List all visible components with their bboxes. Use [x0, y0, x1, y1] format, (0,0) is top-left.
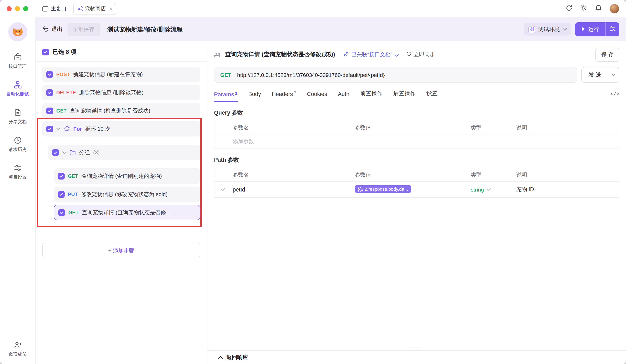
save-all-button[interactable]: 全部保存 [68, 23, 100, 36]
gear-icon[interactable] [580, 4, 587, 13]
code-view-icon[interactable]: </> [611, 91, 619, 102]
step-label: 删除宠物信息 (删除该宠物) [79, 89, 144, 96]
tab-label: Headers [272, 91, 293, 97]
app-window: 主窗口 宠物商店 × [0, 0, 626, 364]
tab-body[interactable]: Body [248, 91, 261, 102]
exit-button[interactable]: 退出 [42, 26, 63, 33]
sidebar-item-automated-testing[interactable]: 自动化测试 [1, 81, 34, 97]
close-window-button[interactable] [7, 6, 12, 11]
step-checkbox[interactable] [58, 173, 65, 179]
tab-auth[interactable]: Auth [338, 91, 350, 102]
window-icon [42, 6, 48, 11]
tab-label: 设置 [427, 90, 438, 97]
linked-doc-dropdown[interactable]: 已关联“接口文档” [343, 51, 399, 58]
add-step-button[interactable]: + 添加步骤 [42, 243, 200, 258]
tab-label: Auth [338, 91, 350, 97]
user-avatar[interactable] [609, 4, 619, 14]
step-item-update-pet[interactable]: PUT 修改宠物信息 (修改宠物状态为 sold) [54, 187, 200, 202]
param-type-select[interactable]: string [471, 186, 516, 193]
project-logo-fox[interactable] [8, 22, 27, 41]
selected-count: 已选 8 项 [53, 48, 77, 56]
step-checkbox[interactable] [58, 191, 65, 198]
step-item-create-pet[interactable]: POST 新建宠物信息 (新建在售宠物) [42, 66, 200, 82]
zoom-window-button[interactable] [23, 6, 28, 11]
tab-post-operations[interactable]: 后置操作 [393, 90, 416, 102]
linked-doc-label: 已关联“接口文档” [351, 51, 392, 58]
sliders-icon [609, 26, 616, 33]
run-button[interactable]: 运行 [575, 22, 605, 36]
tab-headers[interactable]: Headers7 [272, 91, 296, 102]
refresh-icon[interactable] [566, 4, 573, 13]
method-badge: GET [56, 108, 67, 114]
sidebar-item-request-history[interactable]: 请求历史 [1, 136, 34, 153]
add-param-row[interactable]: 添加参数 [214, 134, 619, 148]
sidebar-item-project-settings[interactable]: 项目设置 [1, 164, 34, 180]
resize-handle-icon[interactable]: ··· [413, 345, 421, 350]
method-badge: DELETE [56, 90, 76, 95]
step-checkbox[interactable] [46, 126, 53, 132]
run-label: 运行 [588, 26, 599, 33]
flow-title: 测试宠物新建/修改/删除流程 [107, 26, 183, 33]
sync-icon [406, 51, 412, 58]
param-type: string [471, 186, 484, 193]
step-item-check-delete[interactable]: GET 查询宠物详情 (检查删除是否成功) [42, 103, 200, 118]
minimize-window-button[interactable] [15, 6, 20, 11]
environment-select[interactable]: 测 测试环境 [524, 23, 571, 35]
send-options-button[interactable] [608, 67, 619, 82]
send-button[interactable]: 发 送 [582, 67, 608, 82]
send-button-group: 发 送 [581, 67, 619, 83]
param-value-variable-tag[interactable]: {{$.2.response.body.da... [355, 185, 411, 193]
exit-label: 退出 [51, 26, 63, 33]
tab-badge: 7 [294, 90, 296, 95]
param-description[interactable]: 宠物 ID [516, 186, 619, 193]
param-name[interactable]: petId [233, 186, 245, 193]
tab-settings[interactable]: 设置 [427, 90, 438, 102]
chevron-down-icon[interactable] [56, 128, 60, 130]
group-count: (3) [93, 149, 100, 156]
tab-pre-operations[interactable]: 前置操作 [360, 90, 383, 102]
chevron-up-icon [218, 356, 223, 359]
group-folder-icon [70, 150, 76, 155]
chevron-down-icon[interactable] [62, 151, 66, 154]
step-item-delete-pet[interactable]: DELETE 删除宠物信息 (删除该宠物) [42, 85, 200, 100]
tab-pet-store[interactable]: 宠物商店 × [73, 3, 116, 15]
request-tabs: Params1 Body Headers7 Cookies Auth 前置操作 … [214, 87, 619, 102]
step-checkbox[interactable] [46, 71, 53, 78]
response-panel-toggle[interactable]: 返回响应 [207, 350, 626, 364]
path-params-title: Path 参数 [214, 156, 619, 164]
sync-now-button[interactable]: 立即同步 [406, 51, 435, 58]
step-item-query-new-pet[interactable]: GET 查询宠物详情 (查询刚刚建的宠物) [54, 168, 200, 184]
tab-main-window[interactable]: 主窗口 [42, 5, 67, 12]
column-header: 类型 [471, 171, 516, 178]
step-item-group[interactable]: 分组 (3) [48, 145, 200, 160]
step-checkbox[interactable] [58, 209, 65, 216]
sidebar-item-invite-members[interactable]: 邀请成员 [1, 341, 34, 357]
bell-icon[interactable] [595, 4, 602, 13]
sidebar-item-api-management[interactable]: 接口管理 [1, 53, 34, 69]
run-settings-button[interactable] [605, 22, 619, 36]
project-flow-icon [77, 6, 82, 11]
sync-label: 立即同步 [414, 51, 435, 58]
step-label: 修改宠物信息 (修改宠物状态为 sold) [81, 191, 167, 198]
step-item-verify-status[interactable]: GET 查询宠物详情 (查询宠物状态是否修… [54, 205, 200, 220]
project-settings-icon [13, 164, 22, 172]
tab-badge: 1 [235, 90, 238, 95]
sidebar-item-share-docs[interactable]: 分享文档 [1, 108, 34, 125]
select-all-checkbox[interactable] [42, 49, 49, 55]
param-enabled-check-icon[interactable] [221, 188, 226, 191]
save-button[interactable]: 保 存 [596, 48, 619, 62]
response-bar-label: 返回响应 [227, 354, 248, 361]
request-url-input[interactable]: GET http://127.0.0.1:4523/m1/3760340-339… [214, 67, 577, 83]
step-checkbox[interactable] [46, 89, 53, 96]
step-item-for-loop[interactable]: For 循环 10 次 [42, 121, 200, 136]
step-checkbox[interactable] [46, 107, 53, 114]
step-checkbox[interactable] [52, 149, 59, 156]
tab-cookies[interactable]: Cookies [307, 91, 327, 102]
tab-params[interactable]: Params1 [214, 91, 237, 102]
tab-label: Body [248, 91, 261, 97]
step-label: 新建宠物信息 (新建在售宠物) [73, 70, 143, 78]
invite-members-icon [13, 341, 22, 349]
close-tab-icon[interactable]: × [109, 6, 112, 11]
sidebar-item-label: 邀请成员 [8, 351, 27, 357]
step-label: 查询宠物详情 (查询宠物状态是否修… [82, 209, 171, 216]
